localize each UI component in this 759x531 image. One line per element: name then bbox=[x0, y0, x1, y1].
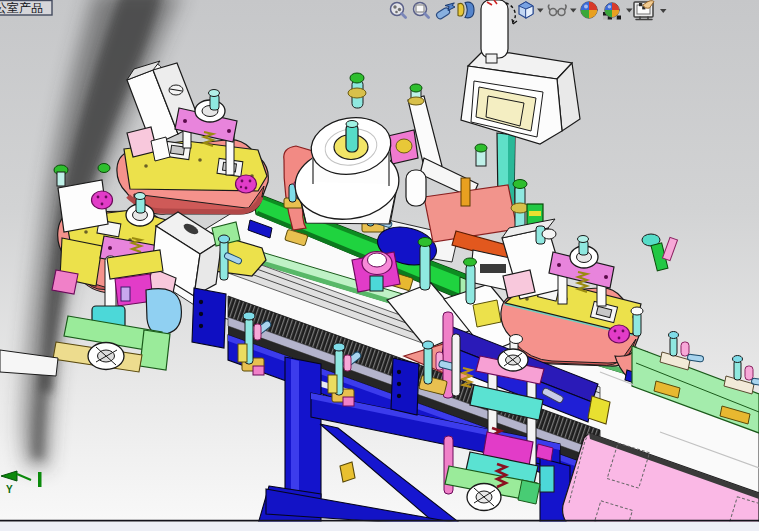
svg-text:公室产品: 公室产品 bbox=[0, 1, 43, 15]
svg-text:Y: Y bbox=[6, 484, 13, 495]
